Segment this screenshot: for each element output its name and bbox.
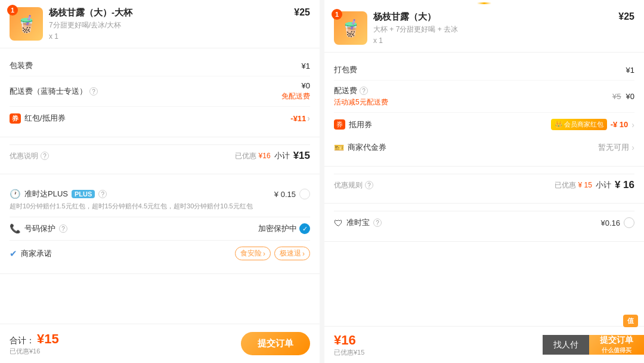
- protect-check-icon: ✓: [299, 223, 310, 234]
- right-panel: 🧋 1 杨枝甘露（大） 大杯 + 7分甜更好喝 + 去冰 x 1 ¥25 打包费…: [324, 0, 644, 363]
- left-discount-section: 优惠说明 ? 已优惠 ¥16 小计 ¥15: [0, 137, 320, 174]
- right-timeguard-label: 🛡 准时宝 ?: [334, 217, 382, 228]
- right-discount-label: 优惠规则 ?: [334, 180, 373, 190]
- left-protect-label: 📞 号码保护 ?: [10, 223, 67, 234]
- plus-checkbox[interactable]: [299, 189, 310, 199]
- clock-icon: 🕐: [10, 189, 21, 199]
- right-delivery-value: ¥0: [626, 92, 634, 101]
- right-discount-row: 优惠规则 ? 已优惠 ¥ 15 小计 ¥ 16: [334, 174, 634, 196]
- fast-refund-tag[interactable]: 极速退 ›: [274, 247, 310, 260]
- right-saved-label: 已优惠 ¥ 15: [555, 180, 592, 190]
- right-item-row: 🧋 1 杨枝甘露（大） 大杯 + 7分甜更好喝 + 去冰 x 1 ¥25: [334, 11, 634, 45]
- left-delivery-fee-value: ¥0: [302, 81, 310, 90]
- right-total-amount: ¥16: [334, 333, 533, 348]
- vip-tag: 👑 会员商家红包: [551, 119, 607, 130]
- left-discount-label: 优惠说明 ?: [10, 151, 49, 161]
- right-coupon-label: 券 抵用券: [334, 119, 372, 130]
- ticket-icon: 🎫: [334, 143, 344, 152]
- left-plus-section: 🕐 准时达PLUS PLUS ? ¥ 0.15 超时10分钟赔付1.5元红包，超…: [0, 174, 320, 274]
- left-plus-price: ¥ 0.15: [274, 189, 310, 199]
- left-saved-amount: ¥16: [259, 152, 271, 160]
- protect-info-icon[interactable]: ?: [59, 224, 67, 233]
- right-merchant-voucher-row[interactable]: 🎫 商家代金券 暂无可用 ›: [334, 136, 634, 159]
- right-coupon-row[interactable]: 券 抵用券 👑 会员商家红包 -¥ 10 ›: [334, 113, 634, 136]
- left-red-packet-value: -¥11 ›: [290, 113, 310, 123]
- left-item-desc: 7分甜更好喝/去冰/大杯: [49, 20, 288, 30]
- right-subtotal-value: ¥ 16: [615, 179, 634, 191]
- food-safety-tag[interactable]: 食安险 ›: [235, 247, 271, 260]
- left-total-saved: 已优惠¥16: [10, 347, 59, 356]
- left-item-name: 杨枝甘露（大）-大杯: [49, 7, 288, 19]
- left-bottom-bar: 合计： ¥15 已优惠¥16 提交订单: [0, 324, 320, 363]
- right-packaging-fee-label: 打包费: [334, 64, 357, 75]
- right-delivery-original: ¥5: [612, 92, 621, 101]
- coupon-red-icon: 券: [334, 119, 345, 130]
- right-item-price: ¥25: [618, 11, 634, 22]
- left-saved-label: 已优惠 ¥16: [235, 151, 270, 161]
- right-item-desc: 大杯 + 7分甜更好喝 + 去冰: [373, 24, 612, 35]
- right-discount-info-icon[interactable]: ?: [365, 181, 373, 189]
- find-pay-button[interactable]: 找人付: [543, 335, 589, 355]
- merchant-icon: ✔: [10, 248, 17, 259]
- left-total-info: 合计： ¥15 已优惠¥16: [10, 331, 59, 356]
- left-red-packet-row[interactable]: 券 红包/抵用券 -¥11 ›: [10, 107, 310, 130]
- right-item-info: 杨枝甘露（大） 大杯 + 7分甜更好喝 + 去冰 x 1: [373, 11, 612, 45]
- right-packaging-fee-row: 打包费 ¥1: [334, 60, 634, 81]
- left-item-info: 杨枝甘露（大）-大杯 7分甜更好喝/去冰/大杯 x 1: [49, 7, 288, 41]
- left-packaging-fee-row: 包装费 ¥1: [10, 56, 310, 76]
- left-discount-right: 已优惠 ¥16 小计 ¥15: [235, 150, 310, 162]
- timeguard-info-icon[interactable]: ?: [373, 219, 382, 227]
- right-submit-button[interactable]: 提交订单 什么值得买: [589, 335, 644, 355]
- right-delivery-promo: 活动减5元配送费: [334, 97, 388, 107]
- delivery-info-icon[interactable]: ?: [89, 87, 98, 96]
- crown-icon: 👑: [555, 121, 563, 128]
- left-discount-row: 优惠说明 ? 已优惠 ¥16 小计 ¥15: [10, 144, 310, 167]
- left-protect-status: 加密保护中 ✓: [258, 223, 310, 234]
- left-plus-label: 🕐 准时达PLUS PLUS ?: [10, 189, 107, 199]
- right-delivery-fee-row: 配送费 ? 活动减5元配送费 ¥5 ¥0: [334, 81, 634, 113]
- left-packaging-fee-label: 包装费: [10, 60, 33, 71]
- left-merchant-label: ✔ 商家承诺: [10, 248, 52, 259]
- right-timeguard-section: 🛡 准时宝 ? ¥0.16: [324, 204, 644, 242]
- left-item-qty: x 1: [49, 32, 288, 41]
- right-coupon-right: 👑 会员商家红包 -¥ 10 ›: [551, 119, 634, 130]
- left-item-section: 🧋 1 杨枝甘露（大）-大杯 7分甜更好喝/去冰/大杯 x 1 ¥25: [0, 0, 320, 48]
- right-item-qty: x 1: [373, 36, 612, 45]
- right-delivery-fee-values: ¥5 ¥0: [612, 92, 634, 101]
- left-red-packet-label: 券 红包/抵用券: [10, 113, 66, 124]
- right-coupon-discount: -¥ 10: [611, 120, 628, 129]
- left-item-row: 🧋 1 杨枝甘露（大）-大杯 7分甜更好喝/去冰/大杯 x 1 ¥25: [10, 7, 310, 41]
- plus-info-icon[interactable]: ?: [98, 190, 107, 198]
- left-merchant-row: ✔ 商家承诺 食安险 › 极速退 ›: [10, 240, 310, 266]
- right-delivery-fee-label: 配送费 ?: [334, 85, 388, 96]
- left-subtotal-value: ¥15: [293, 150, 310, 162]
- watermark-badge: 值: [623, 326, 638, 327]
- right-total-big: ¥16: [334, 333, 356, 348]
- left-packaging-fee-value: ¥1: [302, 61, 310, 70]
- right-action-buttons: 找人付 提交订单 什么值得买: [543, 335, 644, 355]
- right-item-image: 🧋 1: [334, 11, 367, 45]
- left-delivery-fee-row: 配送费（蓝骑士专送） ? ¥0 免配送费: [10, 76, 310, 107]
- right-delivery-info-icon[interactable]: ?: [360, 87, 368, 95]
- phone-icon: 📞: [10, 223, 21, 234]
- right-merchant-voucher-label: 🎫 商家代金券: [334, 142, 386, 153]
- left-delivery-fee-label: 配送费（蓝骑士专送） ?: [10, 86, 98, 97]
- timeguard-checkbox[interactable]: [624, 217, 634, 228]
- left-item-image: 🧋 1: [10, 7, 43, 41]
- left-item-badge: 1: [7, 5, 18, 16]
- left-submit-button[interactable]: 提交订单: [241, 332, 310, 355]
- left-plus-row: 🕐 准时达PLUS PLUS ? ¥ 0.15: [10, 182, 310, 202]
- right-item-section: 🧋 1 杨枝甘露（大） 大杯 + 7分甜更好喝 + 去冰 x 1 ¥25: [324, 4, 644, 53]
- red-packet-icon: 券: [10, 113, 21, 124]
- left-red-packet-chevron: ›: [307, 113, 310, 123]
- left-free-delivery-text: 免配送费: [281, 91, 310, 101]
- right-saved-amount: ¥ 15: [578, 181, 592, 189]
- merchant-voucher-chevron: ›: [631, 143, 634, 152]
- right-merchant-voucher-value: 暂无可用: [598, 142, 629, 153]
- discount-info-icon[interactable]: ?: [41, 152, 49, 160]
- right-total-saved: 已优惠¥15: [334, 348, 533, 357]
- left-fees-section: 包装费 ¥1 配送费（蓝骑士专送） ? ¥0 免配送费 券 红包/抵用券 -¥1…: [0, 48, 320, 137]
- right-bottom-bar: ¥16 已优惠¥15 找人付 提交订单 什么值得买 值: [324, 326, 644, 363]
- right-packaging-fee-value: ¥1: [626, 66, 634, 75]
- right-timeguard-row: 🛡 准时宝 ? ¥0.16: [334, 211, 634, 234]
